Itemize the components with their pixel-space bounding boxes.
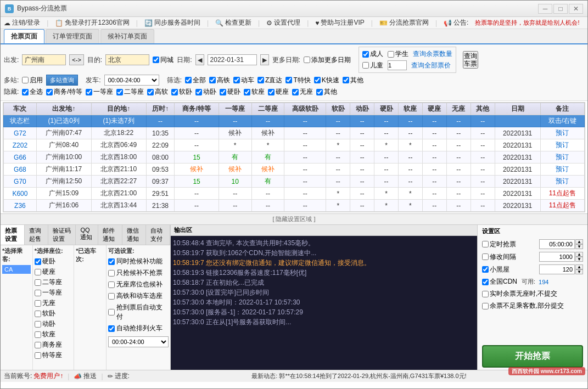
seat-second-cb[interactable]	[35, 279, 41, 286]
hide-other-checkbox[interactable]	[316, 89, 323, 95]
modify-interval-label[interactable]: 修改间隔	[482, 252, 516, 262]
hide-business-label[interactable]: 商务/特等	[46, 87, 82, 97]
seat-first[interactable]: 一等座	[35, 288, 72, 297]
partial-submit-label[interactable]: 余票不足乘客数,部分提交	[482, 301, 564, 311]
modify-interval-down[interactable]: ▼	[575, 257, 583, 262]
opt-high-moving-seat[interactable]: 高铁和动车选座	[108, 291, 169, 301]
no-submit-label[interactable]: 实时余票无座时,不提交	[482, 289, 557, 298]
seat-hard-sleeper-cb[interactable]	[35, 258, 41, 265]
modify-interval-checkbox[interactable]	[482, 253, 489, 260]
opt-realtime-supplement-cb[interactable]	[108, 258, 115, 265]
table-row[interactable]: K600广州15:09北京西21:0029:51--------*--**---…	[4, 188, 585, 200]
hide-first-label[interactable]: 一等座	[86, 87, 113, 97]
timed-grab-input[interactable]	[539, 239, 575, 249]
hide-all-label[interactable]: 全选	[22, 87, 43, 97]
filter-moving-label[interactable]: 动车	[233, 76, 254, 85]
child-count-input[interactable]	[388, 60, 407, 70]
hide-hard-seat-label[interactable]: 硬座	[268, 87, 289, 97]
date-input[interactable]	[208, 54, 257, 65]
official-site-button[interactable]: 🎫 分流抢票官网	[379, 18, 429, 27]
hide-soft-seat-label[interactable]: 软座	[244, 87, 265, 97]
timed-grab-label[interactable]: 定时抢票	[482, 240, 516, 249]
query-remaining-link[interactable]: 查询余票数量	[413, 49, 452, 59]
hide-high-soft-label[interactable]: 高软	[147, 87, 168, 97]
hidden-region-toggle[interactable]: [ 隐藏设置区域 ]	[1, 213, 587, 224]
hide-dynamic-label[interactable]: 动卧	[195, 87, 216, 97]
hide-no-seat-checkbox[interactable]	[292, 89, 299, 95]
offline-button[interactable]: 📋 免登录打开12306官网	[55, 18, 129, 27]
cdn-checkbox[interactable]	[482, 279, 489, 285]
filter-z-label[interactable]: Z直达	[257, 76, 282, 85]
hide-dynamic-checkbox[interactable]	[195, 89, 202, 95]
filter-other-label[interactable]: 其他	[343, 76, 363, 85]
same-city-checkbox-label[interactable]: 同城	[153, 55, 173, 65]
blacklist-up[interactable]: ▲	[575, 264, 583, 269]
seat-soft-sleeper-cb[interactable]	[35, 311, 41, 317]
sub-tab-auto-pay[interactable]: 自动支付	[146, 225, 170, 245]
hide-soft-sleeper-checkbox[interactable]	[171, 89, 178, 95]
filter-moving-checkbox[interactable]	[233, 77, 240, 83]
to-input[interactable]	[105, 54, 149, 65]
student-checkbox-label[interactable]: 学生	[388, 49, 408, 59]
sub-tab-grab[interactable]: 抢票设置	[1, 225, 25, 245]
seat-moving-sleeper[interactable]: 动卧	[35, 319, 72, 329]
sync-button[interactable]: 🔄 同步服务器时间	[144, 18, 200, 27]
filter-all-checkbox[interactable]	[185, 77, 192, 83]
timed-grab-up[interactable]: ▲	[575, 239, 583, 244]
blacklist-label[interactable]: 小黑屋	[482, 265, 509, 274]
filter-z-checkbox[interactable]	[257, 77, 264, 83]
hide-all-checkbox[interactable]	[22, 89, 29, 95]
hide-soft-seat-checkbox[interactable]	[244, 89, 250, 95]
query-ticket-button[interactable]: 查询 车票	[463, 51, 478, 69]
date-prev-button[interactable]: ◀	[195, 54, 204, 65]
hide-first-checkbox[interactable]	[86, 89, 92, 95]
opt-high-moving-seat-cb[interactable]	[108, 293, 115, 300]
seat-hard-seat[interactable]: 硬座	[35, 267, 72, 277]
student-checkbox[interactable]	[388, 51, 394, 58]
sub-tab-captcha[interactable]: 验证码设置	[48, 225, 76, 245]
child-checkbox[interactable]	[362, 62, 369, 69]
add-more-dates-label[interactable]: 添加更多日期	[304, 55, 351, 65]
hide-hard-sleeper-checkbox[interactable]	[220, 89, 226, 95]
opt-auto-train-cb[interactable]	[108, 325, 115, 332]
hide-other-label[interactable]: 其他	[316, 87, 337, 97]
check-update-button[interactable]: 🔍 检查更新	[215, 18, 251, 27]
passenger-item[interactable]: CA	[2, 265, 31, 274]
hide-second-label[interactable]: 二等座	[116, 87, 144, 97]
from-input[interactable]	[22, 54, 66, 65]
opt-no-supplement[interactable]: 只抢候补不抢票	[108, 268, 169, 278]
opt-auto-pay-cb[interactable]	[108, 309, 115, 315]
start-grab-button[interactable]: 开始抢票	[482, 345, 583, 368]
same-city-checkbox[interactable]	[153, 57, 159, 63]
seat-hard-sleeper[interactable]: 硬卧	[35, 257, 72, 266]
seat-special-cb[interactable]	[35, 352, 41, 359]
sub-tab-qq[interactable]: QQ通知	[76, 225, 98, 245]
blacklist-down[interactable]: ▼	[575, 269, 583, 274]
modify-interval-input[interactable]	[539, 252, 575, 262]
table-status-row[interactable]: 状态栏 (1)已选0列 (1)未选7列 -- -- -- -- -- -- --…	[4, 115, 585, 127]
partial-submit-checkbox[interactable]	[482, 303, 489, 309]
proxy-button[interactable]: ⚙ 设置代理	[266, 18, 300, 27]
no-submit-checkbox[interactable]	[482, 291, 489, 297]
timed-grab-down[interactable]: ▼	[575, 244, 583, 249]
multi-enable-label[interactable]: 启用	[22, 76, 43, 85]
seat-no-seat-cb[interactable]	[35, 300, 41, 307]
seat-moving-sleeper-cb[interactable]	[35, 321, 41, 328]
table-row[interactable]: G72广州南07:47北京18:2210:35--候补候补-----------…	[4, 127, 585, 139]
seat-first-cb[interactable]	[35, 290, 41, 296]
tab-grab[interactable]: 抢票页面	[4, 29, 44, 43]
adult-checkbox[interactable]	[362, 51, 369, 58]
seat-soft-sleeper[interactable]: 软卧	[35, 309, 72, 318]
depart-time-select[interactable]: 00:00-24:00	[104, 75, 159, 86]
table-row[interactable]: Z202广州08:40北京西06:4922:09--**--*--**-----…	[4, 139, 585, 151]
hide-second-checkbox[interactable]	[116, 89, 123, 95]
blacklist-checkbox[interactable]	[482, 266, 489, 273]
opt-realtime-supplement[interactable]: 同时抢候补功能	[108, 257, 169, 266]
query-all-price-link[interactable]: 查询全部票价	[411, 61, 451, 70]
hide-hard-sleeper-label[interactable]: 硬卧	[220, 87, 240, 97]
timed-grab-checkbox[interactable]	[482, 241, 489, 247]
seat-hard-seat-cb[interactable]	[35, 269, 41, 275]
maximize-button[interactable]: □	[553, 4, 568, 14]
add-more-dates-checkbox[interactable]	[304, 57, 310, 63]
table-row[interactable]: G66广州南10:00北京西18:0008:0015有有------------…	[4, 151, 585, 164]
